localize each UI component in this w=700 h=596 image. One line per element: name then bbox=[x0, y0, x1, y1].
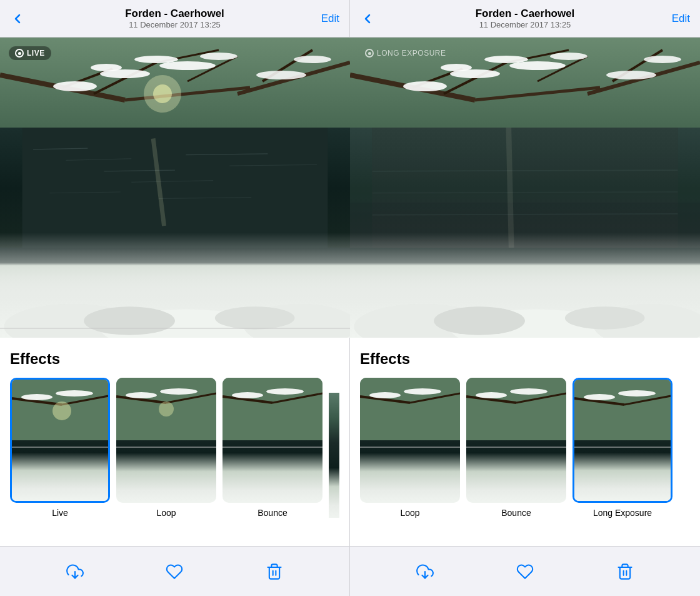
svg-point-8 bbox=[53, 81, 97, 91]
svg-point-44 bbox=[126, 392, 157, 398]
effect-item-live[interactable]: Live bbox=[10, 378, 110, 518]
svg-point-88 bbox=[404, 388, 441, 395]
photo-bg-right bbox=[350, 38, 700, 338]
effect-label-loop-r: Loop bbox=[400, 508, 419, 518]
effect-label-bounce: Bounce bbox=[258, 508, 287, 518]
svg-point-45 bbox=[160, 388, 198, 395]
svg-point-12 bbox=[91, 64, 122, 71]
long-exp-icon bbox=[365, 49, 374, 58]
svg-point-17 bbox=[294, 56, 331, 63]
delete-button-right[interactable] bbox=[611, 558, 639, 585]
effects-section-right: Effects L bbox=[350, 338, 700, 546]
svg-point-92 bbox=[476, 392, 507, 398]
svg-point-19 bbox=[153, 84, 172, 103]
effect-thumb-loop[interactable] bbox=[116, 378, 216, 503]
toolbar-left bbox=[0, 546, 349, 596]
svg-point-72 bbox=[644, 56, 681, 63]
svg-point-82 bbox=[434, 306, 525, 335]
effect-item-bounce[interactable]: Bounce bbox=[222, 378, 322, 518]
svg-point-71 bbox=[606, 71, 656, 79]
edit-button-left[interactable]: Edit bbox=[302, 13, 339, 25]
photo-right: LONG EXPOSURE bbox=[350, 38, 700, 338]
svg-point-87 bbox=[369, 392, 401, 398]
effect-item-bounce-r[interactable]: Bounce bbox=[466, 378, 566, 518]
live-icon bbox=[15, 49, 24, 58]
svg-point-93 bbox=[510, 388, 548, 395]
back-button-left[interactable] bbox=[10, 11, 48, 26]
delete-button-left[interactable] bbox=[261, 558, 288, 585]
header-center-right: Forden - Caerhowel 11 December 2017 13:2… bbox=[398, 8, 652, 29]
svg-rect-47 bbox=[222, 378, 322, 440]
svg-rect-84 bbox=[360, 378, 460, 440]
svg-point-11 bbox=[200, 53, 238, 60]
effect-label-bounce-r: Bounce bbox=[501, 508, 531, 518]
effect-item-longexp-r[interactable]: Long Exposure bbox=[572, 378, 672, 518]
share-button-right[interactable] bbox=[411, 558, 439, 585]
photo-title-right: Forden - Caerhowel bbox=[398, 8, 652, 20]
svg-point-66 bbox=[550, 53, 588, 60]
live-badge-text: LIVE bbox=[27, 49, 45, 58]
svg-point-63 bbox=[403, 81, 447, 91]
live-badge: LIVE bbox=[9, 46, 51, 60]
effect-thumb-loop-r[interactable] bbox=[360, 378, 460, 503]
effect-item-loop[interactable]: Loop bbox=[116, 378, 216, 518]
effect-thumb-live[interactable] bbox=[10, 378, 110, 503]
header-right: Forden - Caerhowel 11 December 2017 13:2… bbox=[350, 0, 700, 38]
svg-point-51 bbox=[266, 388, 304, 395]
svg-point-68 bbox=[484, 56, 528, 63]
effect-label-longexp-r: Long Exposure bbox=[593, 508, 652, 518]
header-center-left: Forden - Caerhowel 11 December 2017 13:2… bbox=[48, 8, 302, 29]
effects-thumbs-left: Live bbox=[10, 378, 339, 518]
long-exp-badge-text: LONG EXPOSURE bbox=[377, 49, 446, 58]
photo-date-left: 11 December 2017 13:25 bbox=[48, 20, 302, 29]
effect-label-loop: Loop bbox=[156, 508, 176, 518]
effect-label-live: Live bbox=[52, 508, 68, 518]
photo-date-right: 11 December 2017 13:25 bbox=[398, 20, 652, 29]
effect-thumb-longexp-partial[interactable] bbox=[329, 393, 339, 518]
photo-left: LIVE bbox=[0, 38, 350, 338]
effects-title-right: Effects bbox=[360, 350, 690, 368]
svg-point-67 bbox=[441, 64, 472, 71]
panel-long-exposure: Forden - Caerhowel 11 December 2017 13:2… bbox=[350, 0, 700, 596]
svg-point-16 bbox=[256, 71, 306, 79]
svg-point-46 bbox=[159, 402, 174, 417]
svg-point-50 bbox=[232, 392, 263, 398]
photo-bg-left bbox=[0, 38, 350, 338]
effects-thumbs-right: Loop Bo bbox=[360, 378, 690, 518]
svg-rect-94 bbox=[574, 380, 671, 440]
svg-rect-89 bbox=[466, 378, 566, 440]
panel-live: Forden - Caerhowel 11 December 2017 13:2… bbox=[0, 0, 350, 596]
like-button-right[interactable] bbox=[511, 558, 539, 585]
effect-thumb-longexp-r[interactable] bbox=[572, 378, 672, 503]
effects-section-left: Effects bbox=[0, 338, 349, 546]
svg-point-10 bbox=[159, 61, 216, 70]
photo-title-left: Forden - Caerhowel bbox=[48, 8, 302, 20]
toolbar-right bbox=[350, 546, 700, 596]
svg-point-33 bbox=[84, 306, 175, 335]
svg-point-13 bbox=[134, 56, 178, 63]
svg-point-38 bbox=[21, 394, 52, 400]
header-left: Forden - Caerhowel 11 December 2017 13:2… bbox=[0, 0, 349, 38]
svg-point-39 bbox=[56, 390, 93, 396]
svg-point-34 bbox=[215, 306, 295, 329]
svg-point-83 bbox=[565, 306, 645, 329]
svg-point-97 bbox=[584, 394, 615, 400]
effect-thumb-bounce[interactable] bbox=[222, 378, 322, 503]
svg-point-40 bbox=[52, 402, 71, 420]
effects-title-left: Effects bbox=[10, 350, 339, 368]
svg-point-98 bbox=[618, 390, 656, 396]
long-exposure-badge: LONG EXPOSURE bbox=[359, 46, 452, 60]
back-button-right[interactable] bbox=[360, 11, 398, 26]
svg-point-65 bbox=[509, 61, 566, 70]
effect-thumb-bounce-r[interactable] bbox=[466, 378, 566, 503]
effect-item-loop-r[interactable]: Loop bbox=[360, 378, 460, 518]
edit-button-right[interactable]: Edit bbox=[652, 13, 690, 25]
effect-item-longexp-partial[interactable] bbox=[329, 393, 339, 518]
share-button-left[interactable] bbox=[61, 558, 89, 585]
like-button-left[interactable] bbox=[161, 558, 188, 585]
